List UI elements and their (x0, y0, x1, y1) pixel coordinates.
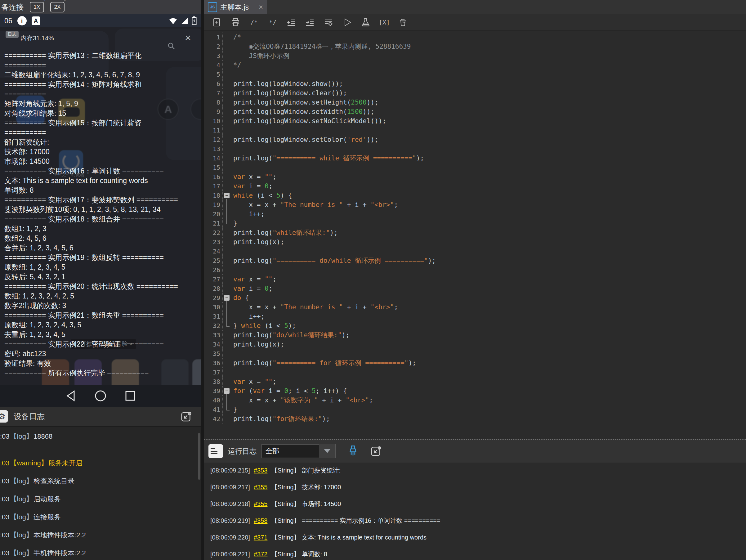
clear-log-brush-icon[interactable] (347, 445, 358, 457)
log-level-tag: 【warning】 (10, 459, 48, 467)
line-number: 22 (204, 228, 223, 237)
popout-icon[interactable] (180, 411, 192, 423)
log-timestamp: [08:06:09.218] (210, 500, 250, 507)
log-message: 单词数: 8 (302, 551, 327, 558)
line-number: 26 (204, 265, 223, 275)
code-line: 42print.log("for循环结果:"); (204, 414, 746, 423)
fold-column (223, 200, 233, 209)
run-button[interactable] (342, 17, 352, 28)
fold-column (223, 265, 233, 275)
code-line: 35 (204, 349, 746, 358)
search-icon[interactable] (168, 42, 175, 50)
overlay-log-line: ========== 所有示例执行完毕 ========== (4, 368, 201, 378)
run-log-entry: [08:06:09.220]#371【String】文本: This is a … (210, 533, 746, 550)
popout-icon[interactable] (370, 445, 382, 457)
code-line: 32} while (i < 5); (204, 321, 746, 330)
new-file-button[interactable] (211, 17, 222, 28)
gear-icon[interactable]: ⚙ (0, 410, 8, 423)
overlay-log-line: 对角线求和结果: 15 (4, 109, 201, 118)
log-time: :03 (0, 549, 10, 557)
android-nav-bar (0, 385, 201, 407)
format-code-button[interactable] (323, 17, 334, 28)
log-line-ref-link[interactable]: #372 (254, 551, 268, 558)
device-connect-tab[interactable]: 备连接 (1, 2, 24, 12)
line-number: 20 (204, 209, 223, 219)
fold-column (223, 303, 233, 312)
line-number: 15 (204, 163, 223, 172)
outdent-button[interactable] (286, 17, 296, 28)
run-log-list[interactable]: [08:06:09.215]#353【String】部门薪资统计:[08:06:… (204, 463, 746, 560)
device-log-entry: :03【log】本地插件版本:2.2 (0, 531, 197, 549)
chevron-down-icon[interactable] (319, 444, 336, 458)
comment-start-button[interactable]: /* (249, 17, 259, 28)
log-window-close-icon[interactable]: × (185, 32, 191, 43)
fold-column (223, 135, 233, 144)
print-button[interactable] (230, 17, 241, 28)
log-line-ref-link[interactable]: #355 (254, 500, 268, 507)
log-message: 手机插件版本:2.2 (33, 549, 86, 557)
indent-button[interactable] (305, 17, 315, 28)
code-line: 2 ◉交流QQ群711841924群一，苹果内测群, 528816639 (204, 42, 746, 51)
line-number: 40 (204, 396, 223, 405)
fold-column (223, 153, 233, 163)
log-line-ref-link[interactable]: #353 (254, 467, 268, 474)
fold-column (223, 33, 233, 42)
code-line: 10print.log(logWindow.setNoClickModel())… (204, 116, 746, 125)
overlay-log-line: ========== (4, 60, 201, 70)
scale-2x-button[interactable]: 2X (50, 2, 64, 12)
log-time: :03 (0, 513, 10, 521)
code-line: 11 (204, 125, 746, 135)
log-line-ref-link[interactable]: #371 (254, 534, 268, 541)
overlay-log-line: 技术部: 17000 (4, 147, 201, 157)
left-topbar: 备连接 1X 2X (0, 0, 201, 14)
code-line: 12print.log(logWindow.setColor('red')); (204, 135, 746, 144)
line-number: 6 (204, 79, 223, 88)
log-message: ========== 实用示例16：单词计数 ========== (302, 517, 440, 524)
overlay-log-line: 斐波那契数列前10项: 0, 1, 1, 2, 3, 5, 8, 13, 21,… (4, 205, 201, 214)
log-line-ref-link[interactable]: #358 (254, 517, 268, 524)
code-editor[interactable]: 1/*2 ◉交流QQ群711841924群一，苹果内测群, 5288166393… (204, 31, 746, 441)
phone-mirror[interactable]: 06 i A vivoy A ES文件浏览器 皆可撑，一切全 (0, 14, 201, 407)
line-number: 33 (204, 330, 223, 340)
nav-recents-button[interactable] (124, 390, 137, 402)
comment-end-button[interactable]: */ (267, 17, 278, 28)
fold-column (223, 125, 233, 135)
overlay-log-line: 反转后: 5, 4, 3, 2, 1 (4, 272, 201, 282)
nav-back-button[interactable] (64, 390, 77, 402)
log-timestamp: [08:06:09.219] (210, 517, 250, 524)
fold-toggle-icon[interactable]: − (224, 193, 230, 198)
fold-column: − (223, 386, 233, 396)
line-number: 41 (204, 405, 223, 414)
fold-column: − (223, 293, 233, 303)
fold-toggle-icon[interactable]: − (224, 388, 230, 394)
log-message: 部门薪资统计: (302, 467, 341, 474)
device-log-scrollbar[interactable] (198, 433, 200, 480)
device-log-list[interactable]: :03【log】18868:03【warning】服务未开启:03【log】检查… (0, 427, 197, 560)
tab-close-icon[interactable]: × (259, 3, 263, 11)
log-filter-select[interactable]: 全部 (261, 444, 319, 458)
variables-button[interactable]: [X] (379, 17, 390, 28)
code-line: 8print.log(logWindow.setHeight(2500)); (204, 98, 746, 107)
code-line: 34print.log(x); (204, 340, 746, 349)
battery-icon (192, 17, 197, 25)
log-message: 市场部: 14500 (302, 500, 341, 507)
fold-column (223, 368, 233, 377)
log-line-ref-link[interactable]: #355 (254, 484, 268, 491)
line-number: 10 (204, 116, 223, 125)
fold-column (223, 209, 233, 219)
log-level-tag: 【log】 (10, 495, 33, 503)
log-level-tag: 【log】 (10, 477, 33, 485)
assistant-icon: A (32, 17, 40, 25)
log-message: 本地插件版本:2.2 (33, 531, 86, 539)
overlay-log-line: ========== 实用示例13：二维数组扁平化 (4, 51, 201, 60)
test-flask-button[interactable] (361, 17, 371, 28)
clear-button[interactable] (398, 17, 408, 28)
code-text: while (i < 5) { (233, 191, 292, 200)
fold-toggle-icon[interactable]: − (224, 295, 230, 301)
line-number: 23 (204, 237, 223, 247)
tab-main-script[interactable]: JS 主脚本.js × (204, 0, 267, 14)
nav-home-button[interactable] (94, 390, 107, 402)
scale-1x-button[interactable]: 1X (30, 2, 44, 12)
code-line: 29−do { (204, 293, 746, 303)
memory-usage-label: 内存31.14% (21, 34, 54, 43)
